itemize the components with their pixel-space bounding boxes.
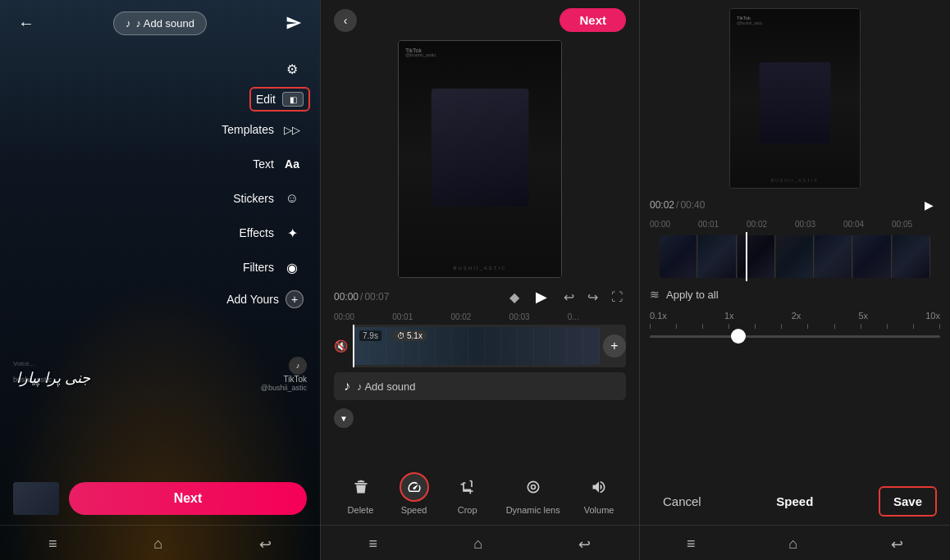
playhead-mid — [353, 325, 354, 367]
cancel-button-right[interactable]: Cancel — [653, 488, 711, 515]
speed-label-2x: 2x — [792, 311, 802, 321]
delete-icon — [346, 472, 376, 502]
speed-label-5x: 5x — [858, 311, 868, 321]
crop-tool-btn[interactable]: Crop — [450, 469, 486, 518]
apply-all-row: ≋ Apply to all — [640, 283, 950, 306]
filters-tool[interactable]: Filters ◉ — [236, 251, 310, 284]
nav-home-right[interactable]: ⌂ — [775, 532, 811, 557]
ruler-3: 00:03 — [509, 312, 568, 321]
timeline-ruler-right: 00:00 00:01 00:02 00:03 00:04 00:05 — [640, 218, 950, 230]
playback-controls: 00:00 / 00:07 ◆ ▶ ↩ ↪ ⛶ — [321, 278, 639, 312]
nav-home-mid[interactable]: ⌂ — [460, 532, 496, 557]
music-icon-track: ♪ — [344, 379, 350, 394]
svg-point-1 — [531, 485, 535, 489]
nav-menu-mid[interactable]: ≡ — [356, 532, 391, 557]
chevron-left-button[interactable]: ‹ — [334, 9, 357, 32]
mid-header: ‹ Next — [321, 0, 639, 40]
video-bg: TikTok @bushii_astic BUSHII_ASTIC — [399, 41, 561, 277]
nav-menu-right[interactable]: ≡ — [674, 532, 709, 557]
stickers-tool[interactable]: Stickers ☺ — [226, 182, 310, 215]
speed-title: Speed — [776, 494, 813, 508]
speed-slider-thumb[interactable] — [731, 329, 746, 344]
settings-icon: ⚙ — [281, 57, 304, 80]
add-sound-button[interactable]: ♪ ♪ Add sound — [113, 11, 207, 35]
vid-tiktok-handle: @bushii_astic — [405, 52, 436, 57]
redo-ctrl[interactable]: ↪ — [584, 289, 601, 305]
volume-tool-btn[interactable]: Volume — [581, 469, 618, 518]
add-sound-label: ♪ Add sound — [135, 17, 194, 30]
delete-tool-btn[interactable]: Delete — [343, 469, 379, 518]
r-ruler-5: 00:05 — [892, 220, 940, 229]
text-tool[interactable]: Text Aa — [246, 148, 310, 180]
add-yours-tool[interactable]: Add Yours + — [220, 285, 310, 313]
time-total-right: 00:40 — [680, 199, 705, 211]
playback-right: 00:02 / 00:40 ▶ — [640, 189, 950, 218]
time-total-mid: 00:07 — [364, 291, 389, 303]
volume-label: Volume — [584, 505, 614, 515]
templates-label: Templates — [222, 123, 274, 136]
thumbnail-preview — [13, 482, 59, 515]
speed-label-01x: 0.1x — [650, 311, 667, 321]
video-clip[interactable]: 7.9s ⏱ 5.1x — [353, 327, 600, 365]
delete-label: Delete — [348, 505, 374, 515]
tick-1 — [650, 324, 651, 329]
left-bottom: Next — [0, 474, 320, 525]
speed-tool-btn[interactable]: Speed — [396, 469, 432, 518]
edit-label: Edit — [256, 93, 276, 106]
play-button-right[interactable]: ▶ — [917, 193, 940, 216]
speed-label-1x: 1x — [724, 311, 734, 321]
speed-icon — [400, 472, 429, 502]
speed-label: Speed — [401, 505, 427, 515]
add-clip-button[interactable]: + — [603, 335, 626, 357]
voice-label: Voice... — [13, 360, 34, 367]
mute-icon[interactable]: 🔇 — [334, 339, 348, 353]
tick-6 — [781, 324, 782, 329]
speed-slider-track[interactable] — [650, 335, 940, 338]
add-sound-track[interactable]: ♪ ♪ Add sound — [334, 372, 626, 400]
tick-3 — [702, 324, 703, 329]
diamond-ctrl[interactable]: ◆ — [506, 289, 523, 305]
tick-11 — [913, 324, 914, 329]
nav-back-right[interactable]: ↩ — [878, 532, 916, 557]
edit-tool[interactable]: Edit ◧ — [249, 87, 310, 112]
effects-tool[interactable]: Effects ✦ — [232, 216, 310, 249]
send-button[interactable] — [281, 10, 307, 36]
r-ruler-1: 00:01 — [698, 220, 747, 229]
expand-ctrl[interactable]: ⛶ — [608, 290, 626, 303]
left-header: ← ♪ ♪ Add sound — [0, 0, 320, 46]
tools-panel: ⚙ Edit ◧ Templates ▷▷ Text Aa Stickers ☺… — [0, 46, 320, 320]
undo-ctrl[interactable]: ↩ — [560, 289, 578, 305]
film-frame-4 — [776, 235, 814, 278]
templates-tool[interactable]: Templates ▷▷ — [215, 113, 310, 146]
nav-back-mid[interactable]: ↩ — [565, 532, 604, 557]
stickers-label: Stickers — [233, 192, 274, 205]
tick-row — [650, 324, 940, 329]
ruler-2: 00:02 — [450, 312, 509, 321]
collapse-button[interactable]: ▼ — [334, 408, 354, 428]
mid-panel: ‹ Next TikTok @bushii_astic BUSHII_ASTIC… — [320, 0, 640, 560]
dynamic-lens-tool-btn[interactable]: Dynamic lens — [503, 469, 564, 518]
back-button[interactable]: ← — [13, 10, 39, 36]
tick-4 — [728, 324, 729, 329]
save-button-right[interactable]: Save — [879, 486, 937, 517]
text-label: Text — [253, 157, 274, 171]
bottom-username: bushii_astic — [13, 376, 52, 384]
track-row: 🔇 7.9s ⏱ 5.1x + — [334, 325, 626, 367]
speed-labels: 0.1x 1x 2x 5x 10x — [650, 311, 940, 321]
nav-back-left[interactable]: ↩ — [246, 532, 285, 557]
speed-slider-section: 0.1x 1x 2x 5x 10x — [640, 306, 950, 349]
nav-menu-left[interactable]: ≡ — [35, 532, 71, 557]
svg-point-0 — [528, 481, 538, 492]
add-yours-icon: + — [285, 290, 304, 308]
film-frame-1 — [660, 235, 697, 278]
speed-icon-clip: ⏱ — [397, 331, 405, 340]
nav-home-left[interactable]: ⌂ — [140, 532, 176, 557]
timeline-mid: 00:00 00:01 00:02 00:03 0... 🔇 7.9s ⏱ 5.… — [321, 312, 639, 367]
next-button-left[interactable]: Next — [69, 482, 307, 515]
settings-tool[interactable]: ⚙ — [274, 52, 310, 85]
play-button-mid[interactable]: ▶ — [529, 285, 554, 309]
film-frame-5 — [815, 235, 852, 278]
clip-duration: 7.9s — [359, 330, 381, 341]
next-button-mid[interactable]: Next — [559, 8, 626, 32]
ruler-1: 00:01 — [392, 312, 450, 321]
